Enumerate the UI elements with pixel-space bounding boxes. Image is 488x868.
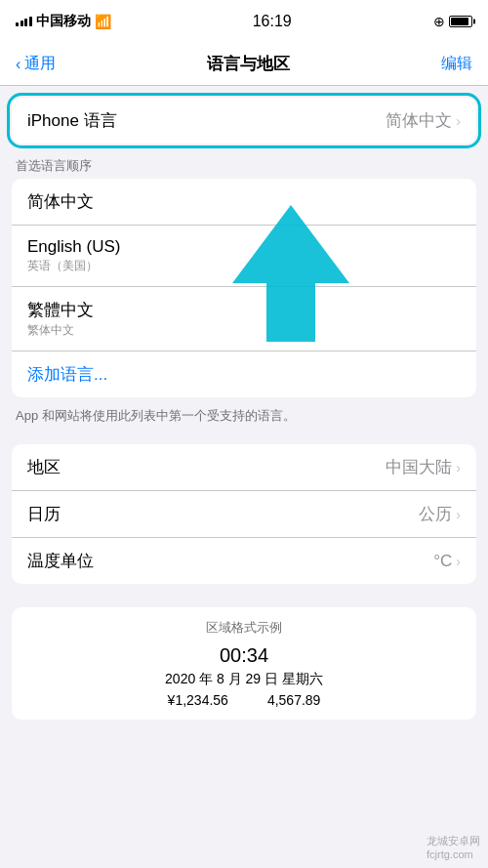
language-row-0[interactable]: 简体中文	[12, 179, 476, 226]
language-main-2: 繁體中文	[27, 299, 94, 321]
temperature-row[interactable]: 温度单位 °C ›	[12, 538, 476, 584]
calendar-current: 公历	[419, 503, 452, 525]
battery-icon	[449, 16, 472, 27]
calendar-row[interactable]: 日历 公历 ›	[12, 491, 476, 538]
preferred-section-header: 首选语言顺序	[0, 151, 488, 179]
format-money-1: ¥1,234.56	[168, 692, 228, 708]
watermark: 龙城安卓网 fcjrtg.com	[427, 834, 480, 860]
status-right: ⊕	[433, 14, 472, 29]
region-current: 中国大陆	[386, 456, 452, 478]
battery-charge-icon: ⊕	[433, 14, 445, 29]
language-item-0: 简体中文	[27, 190, 94, 213]
format-title: 区域格式示例	[27, 619, 461, 637]
edit-button[interactable]: 编辑	[441, 54, 472, 74]
language-sub-1: 英语（美国）	[27, 258, 120, 274]
region-row[interactable]: 地区 中国大陆 ›	[12, 444, 476, 491]
chevron-right-icon-region: ›	[456, 460, 461, 475]
format-time: 00:34	[27, 644, 461, 667]
chevron-left-icon: ‹	[16, 56, 20, 73]
chevron-right-icon: ›	[456, 113, 461, 129]
iphone-language-value: 简体中文 ›	[386, 109, 461, 132]
carrier-label: 中国移动	[36, 13, 91, 30]
watermark-line1: 龙城安卓网	[427, 834, 480, 848]
region-value: 中国大陆 ›	[386, 456, 461, 478]
add-language-button[interactable]: 添加语言...	[12, 351, 476, 397]
region-label: 地区	[27, 456, 61, 478]
preferred-languages-section: 简体中文 English (US) 英语（美国） 繁體中文 繁体中文 添加语言.…	[12, 179, 476, 397]
iphone-language-current: 简体中文	[386, 109, 452, 132]
wifi-icon: 📶	[95, 14, 111, 29]
language-item-1: English (US) 英语（美国）	[27, 237, 120, 274]
nav-bar: ‹ 通用 语言与地区 编辑	[0, 43, 488, 86]
region-section: 地区 中国大陆 › 日历 公历 › 温度单位 °C ›	[12, 444, 476, 584]
signal-icon	[16, 17, 32, 26]
calendar-label: 日历	[27, 503, 61, 525]
gap-2	[0, 588, 488, 607]
language-main-1: English (US)	[27, 237, 120, 257]
temperature-value: °C ›	[433, 552, 461, 571]
back-label: 通用	[24, 54, 56, 74]
status-bar: 中国移动 📶 16:19 ⊕	[0, 0, 488, 43]
temperature-current: °C	[433, 552, 452, 571]
watermark-line2: fcjrtg.com	[427, 848, 480, 860]
language-row-1[interactable]: English (US) 英语（美国）	[12, 226, 476, 287]
temperature-label: 温度单位	[27, 550, 94, 572]
format-money: ¥1,234.56 4,567.89	[27, 692, 461, 708]
carrier-info: 中国移动 📶	[16, 13, 111, 30]
language-row-2[interactable]: 繁體中文 繁体中文	[12, 287, 476, 351]
iphone-language-label: iPhone 语言	[27, 109, 117, 132]
format-money-2: 4,567.89	[267, 692, 321, 708]
battery-fill	[451, 18, 468, 25]
iphone-language-row[interactable]: iPhone 语言 简体中文 ›	[12, 98, 476, 144]
gap-1	[0, 436, 488, 444]
format-date: 2020 年 8 月 29 日 星期六	[27, 671, 461, 688]
preferred-info-text: App 和网站将使用此列表中第一个受支持的语言。	[0, 401, 488, 436]
language-main-0: 简体中文	[27, 190, 94, 213]
chevron-right-icon-temp: ›	[456, 554, 461, 569]
language-item-2: 繁體中文 繁体中文	[27, 299, 94, 339]
format-section: 区域格式示例 00:34 2020 年 8 月 29 日 星期六 ¥1,234.…	[12, 607, 476, 720]
chevron-right-icon-calendar: ›	[456, 507, 461, 522]
language-sub-2: 繁体中文	[27, 322, 94, 339]
calendar-value: 公历 ›	[419, 503, 461, 525]
page-title: 语言与地区	[207, 53, 290, 75]
iphone-language-section: iPhone 语言 简体中文 ›	[12, 98, 476, 144]
status-time: 16:19	[253, 13, 292, 30]
back-button[interactable]: ‹ 通用	[16, 54, 56, 74]
